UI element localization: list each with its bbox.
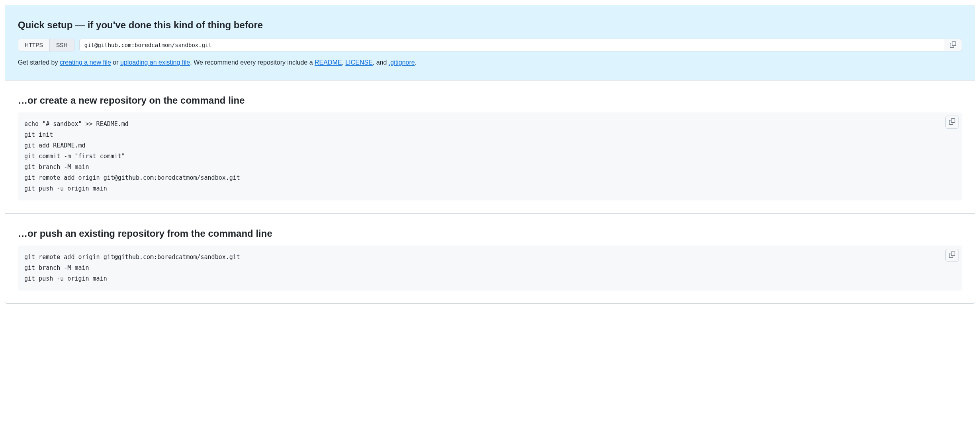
ssh-tab[interactable]: SSH (50, 39, 74, 51)
protocol-toggle: HTTPS SSH (18, 39, 74, 51)
create-repo-codeblock: echo "# sandbox" >> README.md git init g… (18, 112, 962, 200)
upload-file-link[interactable]: uploading an existing file (120, 59, 190, 66)
push-repo-heading: …or push an existing repository from the… (18, 226, 962, 241)
push-repo-section: …or push an existing repository from the… (5, 213, 975, 303)
copy-push-commands-button[interactable] (945, 249, 959, 262)
clone-url-row: HTTPS SSH (18, 39, 962, 51)
clone-url-input[interactable] (79, 39, 944, 51)
quick-setup-heading: Quick setup — if you've done this kind o… (18, 18, 962, 32)
create-repo-section: …or create a new repository on the comma… (5, 81, 975, 213)
push-repo-commands[interactable]: git remote add origin git@github.com:bor… (24, 252, 956, 284)
license-link[interactable]: LICENSE (345, 59, 372, 66)
copy-icon (949, 118, 955, 126)
create-repo-commands[interactable]: echo "# sandbox" >> README.md git init g… (24, 119, 956, 194)
create-repo-heading: …or create a new repository on the comma… (18, 93, 962, 108)
https-tab[interactable]: HTTPS (18, 39, 50, 51)
create-file-link[interactable]: creating a new file (60, 59, 111, 66)
copy-icon (949, 252, 955, 259)
quick-setup-section: Quick setup — if you've done this kind o… (5, 5, 975, 81)
clone-url-group (79, 39, 962, 51)
copy-icon (950, 41, 956, 49)
setup-help-text: Get started by creating a new file or up… (18, 58, 962, 67)
gitignore-link[interactable]: .gitignore (389, 59, 415, 66)
readme-link[interactable]: README (315, 59, 342, 66)
repo-setup-panel: Quick setup — if you've done this kind o… (5, 5, 975, 304)
copy-create-commands-button[interactable] (945, 116, 959, 129)
copy-url-button[interactable] (944, 39, 962, 51)
push-repo-codeblock: git remote add origin git@github.com:bor… (18, 246, 962, 291)
